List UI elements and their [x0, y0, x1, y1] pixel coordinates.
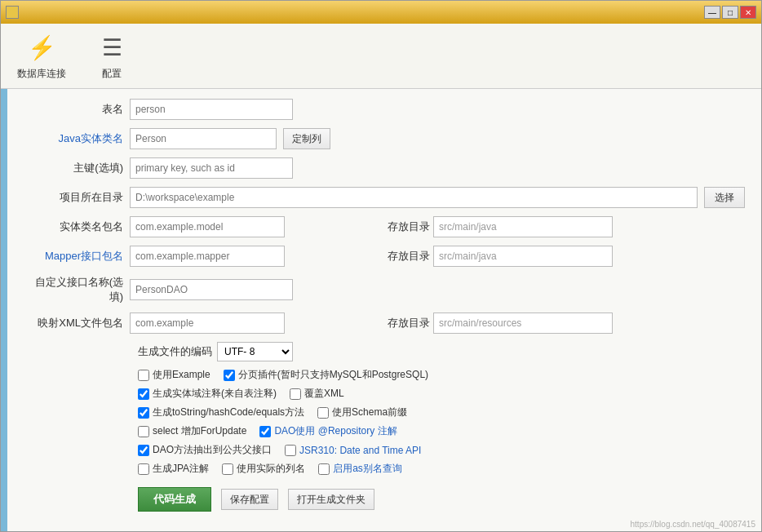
- jsr310-checkbox[interactable]: [285, 445, 296, 456]
- checkbox-row-4: select 增加ForUpdate DAO使用 @Repository 注解: [138, 424, 745, 438]
- jsr310-checkbox-item[interactable]: JSR310: Date and Time API: [285, 445, 421, 456]
- project-dir-label: 项目所在目录: [24, 190, 130, 205]
- minimize-button[interactable]: —: [704, 6, 720, 19]
- pagination-checkbox-item[interactable]: 分页插件(暂时只支持MySQL和PostgreSQL): [224, 368, 428, 382]
- toolbar-config[interactable]: ☰ 配置: [89, 28, 135, 84]
- xml-save-dir-col: 存放目录: [388, 313, 745, 334]
- jpa-annotation-checkbox-item[interactable]: 生成JPA注解: [138, 462, 209, 476]
- checkbox-section: 使用Example 分页插件(暂时只支持MySQL和PostgreSQL) 生成…: [138, 368, 745, 476]
- mapper-pkg-label: Mapper接口包名: [24, 249, 130, 264]
- xml-save-dir-label: 存放目录: [388, 316, 433, 330]
- xml-pkg-input[interactable]: [130, 313, 285, 334]
- dao-repository-label: DAO使用 @Repository 注解: [274, 424, 397, 438]
- tostring-checkbox[interactable]: [138, 407, 149, 419]
- app-icon: [6, 6, 19, 19]
- browse-button[interactable]: 选择: [704, 187, 745, 208]
- config-label: 配置: [102, 67, 122, 81]
- actual-columns-checkbox-item[interactable]: 使用实际的列名: [222, 462, 305, 476]
- schema-prefix-checkbox-item[interactable]: 使用Schema前缀: [317, 406, 407, 419]
- cover-xml-label: 覆盖XML: [304, 387, 344, 401]
- toolbar: ⚡ 数据库连接 ☰ 配置: [1, 24, 761, 89]
- entity-pkg-label: 实体类名包名: [24, 219, 130, 234]
- java-entity-input[interactable]: [130, 128, 277, 149]
- entity-pkg-row: 实体类名包名 存放目录: [24, 216, 745, 237]
- alias-query-checkbox-item[interactable]: 启用as别名查询: [318, 462, 402, 476]
- title-buttons: — □ ✕: [704, 6, 756, 19]
- for-update-checkbox[interactable]: [138, 426, 149, 437]
- for-update-label: select 增加ForUpdate: [153, 424, 246, 438]
- dao-repository-checkbox-item[interactable]: DAO使用 @Repository 注解: [259, 424, 397, 438]
- use-example-checkbox[interactable]: [138, 370, 149, 381]
- mapper-pkg-col: Mapper接口包名: [24, 246, 381, 267]
- jsr310-label: JSR310: Date and Time API: [299, 445, 421, 456]
- xml-pkg-label: 映射XML文件包名: [24, 316, 130, 330]
- title-bar: — □ ✕: [1, 1, 761, 24]
- xml-pkg-row: 映射XML文件包名 存放目录: [24, 313, 745, 334]
- project-dir-row: 项目所在目录 选择: [24, 187, 745, 208]
- form-area: 表名 Java实体类名 定制列 主键(选填) 项目所在目录 选择: [7, 89, 761, 531]
- dao-abstract-checkbox[interactable]: [138, 445, 149, 456]
- java-entity-label: Java实体类名: [24, 131, 130, 146]
- primary-key-row: 主键(选填): [24, 157, 745, 179]
- entity-pkg-input[interactable]: [130, 216, 285, 237]
- mapper-pkg-row: Mapper接口包名 存放目录: [24, 246, 745, 267]
- title-bar-left: [6, 6, 19, 19]
- tostring-label: 生成toString/hashCode/equals方法: [153, 406, 304, 419]
- mapper-save-dir-input[interactable]: [433, 246, 613, 267]
- use-example-checkbox-item[interactable]: 使用Example: [138, 368, 210, 382]
- dao-abstract-label: DAO方法抽出到公共父接口: [153, 443, 272, 457]
- jpa-annotation-label: 生成JPA注解: [153, 462, 209, 476]
- encoding-row: 生成文件的编码 UTF- 8 GBK ISO-8859-1: [138, 342, 745, 361]
- entity-comment-label: 生成实体域注释(来自表注释): [153, 387, 277, 401]
- dao-repository-checkbox[interactable]: [259, 426, 271, 437]
- alias-query-checkbox[interactable]: [318, 463, 330, 475]
- customize-col-button[interactable]: 定制列: [283, 128, 330, 149]
- save-config-button[interactable]: 保存配置: [221, 489, 278, 510]
- table-name-label: 表名: [24, 102, 130, 117]
- entity-save-dir-input[interactable]: [433, 216, 613, 237]
- entity-save-dir-col: 存放目录: [388, 216, 745, 237]
- custom-interface-row: 自定义接口名称(选填): [24, 275, 745, 304]
- checkbox-row-6: 生成JPA注解 使用实际的列名 启用as别名查询: [138, 462, 745, 476]
- dao-abstract-checkbox-item[interactable]: DAO方法抽出到公共父接口: [138, 443, 272, 457]
- pagination-checkbox[interactable]: [224, 370, 235, 381]
- entity-comment-checkbox-item[interactable]: 生成实体域注释(来自表注释): [138, 387, 277, 401]
- open-folder-button[interactable]: 打开生成文件夹: [288, 489, 374, 510]
- checkbox-row-1: 使用Example 分页插件(暂时只支持MySQL和PostgreSQL): [138, 368, 745, 382]
- table-name-input[interactable]: [130, 99, 293, 120]
- generate-code-button[interactable]: 代码生成: [138, 487, 211, 512]
- mapper-pkg-input[interactable]: [130, 246, 285, 267]
- jpa-annotation-checkbox[interactable]: [138, 463, 149, 475]
- xml-save-dir-input[interactable]: [433, 313, 613, 334]
- xml-pkg-col: 映射XML文件包名: [24, 313, 381, 334]
- cover-xml-checkbox[interactable]: [290, 388, 301, 400]
- java-entity-row: Java实体类名 定制列: [24, 128, 745, 149]
- schema-prefix-checkbox[interactable]: [317, 407, 329, 419]
- close-button[interactable]: ✕: [740, 6, 756, 19]
- action-buttons: 代码生成 保存配置 打开生成文件夹: [138, 487, 745, 512]
- custom-interface-input[interactable]: [130, 279, 293, 300]
- maximize-button[interactable]: □: [722, 6, 738, 19]
- config-icon: ☰: [95, 31, 128, 64]
- project-dir-input[interactable]: [130, 187, 698, 208]
- encoding-label: 生成文件的编码: [138, 344, 212, 359]
- pagination-label: 分页插件(暂时只支持MySQL和PostgreSQL): [238, 368, 428, 382]
- toolbar-db-connect[interactable]: ⚡ 数据库连接: [11, 28, 73, 84]
- watermark: https://blog.csdn.net/qq_40087415: [631, 520, 755, 529]
- schema-prefix-label: 使用Schema前缀: [332, 406, 407, 419]
- entity-comment-checkbox[interactable]: [138, 388, 149, 400]
- entity-pkg-col: 实体类名包名: [24, 216, 381, 237]
- actual-columns-label: 使用实际的列名: [237, 462, 305, 476]
- actual-columns-checkbox[interactable]: [222, 463, 233, 475]
- alias-query-label: 启用as别名查询: [333, 462, 402, 476]
- tostring-checkbox-item[interactable]: 生成toString/hashCode/equals方法: [138, 406, 304, 419]
- main-content: 表名 Java实体类名 定制列 主键(选填) 项目所在目录 选择: [1, 89, 761, 531]
- custom-interface-label: 自定义接口名称(选填): [24, 275, 130, 304]
- encoding-select[interactable]: UTF- 8 GBK ISO-8859-1: [217, 342, 293, 361]
- table-name-row: 表名: [24, 99, 745, 120]
- primary-key-label: 主键(选填): [24, 161, 130, 175]
- for-update-checkbox-item[interactable]: select 增加ForUpdate: [138, 424, 246, 438]
- use-example-label: 使用Example: [153, 368, 210, 382]
- primary-key-input[interactable]: [130, 157, 293, 179]
- cover-xml-checkbox-item[interactable]: 覆盖XML: [290, 387, 344, 401]
